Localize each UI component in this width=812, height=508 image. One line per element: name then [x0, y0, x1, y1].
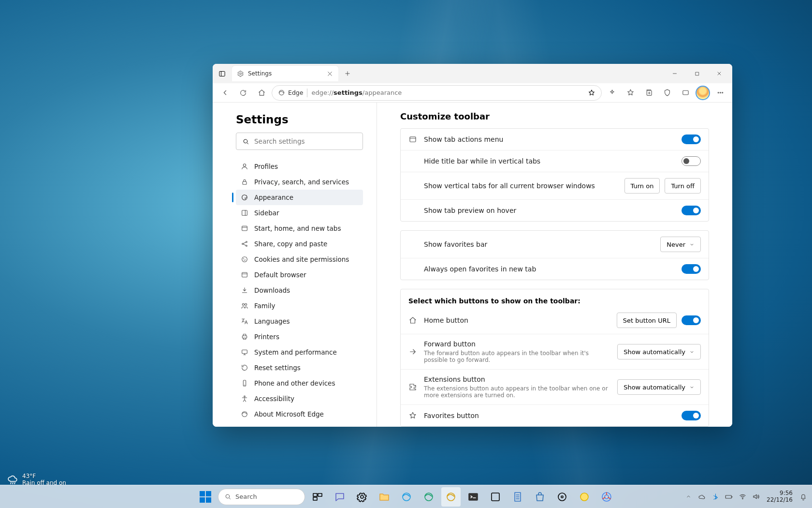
browser-tab-settings[interactable]: Settings [232, 66, 338, 81]
tray-bluetooth[interactable] [710, 492, 720, 502]
toggle-tab-actions[interactable] [682, 134, 701, 144]
taskbar-clock[interactable]: 9:56 22/12/16 [767, 490, 793, 504]
vertical-tabs-off-button[interactable]: Turn off [665, 178, 701, 194]
tray-onedrive[interactable] [697, 492, 707, 502]
extensions-icon-button[interactable] [604, 85, 620, 101]
tray-battery[interactable] [724, 492, 734, 502]
svg-rect-25 [242, 336, 246, 338]
window-maximize-button[interactable] [686, 64, 708, 83]
nav-profiles[interactable]: Profiles [236, 159, 363, 174]
toggle-hide-title-bar[interactable] [682, 156, 701, 166]
task-view-button[interactable] [308, 487, 327, 507]
nav-share[interactable]: Share, copy and paste [236, 236, 363, 252]
forward-button-dropdown[interactable]: Show automatically [617, 344, 701, 359]
taskbar-app3[interactable] [575, 487, 594, 507]
nav-cookies[interactable]: Cookies and site permissions [236, 252, 363, 267]
taskbar-store[interactable] [530, 487, 550, 507]
taskbar-edge-canary[interactable] [441, 487, 461, 507]
tray-overflow[interactable] [683, 492, 693, 502]
window-close-button[interactable] [708, 64, 730, 83]
folder-icon [378, 491, 390, 503]
taskbar-chat[interactable] [330, 487, 349, 507]
extensions-button-dropdown[interactable]: Show automatically [617, 379, 701, 395]
taskbar-terminal[interactable] [464, 487, 483, 507]
card-tab-options: Show tab actions menu Hide title bar whi… [400, 128, 709, 222]
nav-printers[interactable]: Printers [236, 329, 363, 344]
row-fav-new-tab: Always open favorites in new tab [401, 258, 709, 280]
collections-button[interactable] [640, 85, 657, 101]
maximize-icon [695, 71, 700, 76]
tab-close-button[interactable] [326, 70, 334, 77]
weather-icon [7, 474, 18, 486]
row-vertical-tabs-all: Show vertical tabs for all current brows… [401, 172, 709, 200]
toggle-favorites-button[interactable] [682, 411, 701, 420]
settings-search[interactable] [236, 133, 363, 150]
nav-downloads[interactable]: Downloads [236, 283, 363, 298]
security-button[interactable] [659, 85, 675, 101]
nav-reset[interactable]: Reset settings [236, 360, 363, 375]
taskbar-settings[interactable] [352, 487, 372, 507]
nav-home-button[interactable] [253, 85, 270, 101]
screenshot-button[interactable] [677, 85, 694, 101]
toggle-home-button[interactable] [682, 315, 701, 325]
svg-point-7 [720, 92, 721, 93]
nav-accessibility[interactable]: Accessibility [236, 391, 363, 406]
settings-main: Customize toolbar Show tab actions menu … [377, 103, 732, 427]
set-button-url-button[interactable]: Set button URL [617, 313, 677, 328]
taskbar-search[interactable]: Search [218, 489, 305, 505]
row-hide-title-bar: Hide title bar while in vertical tabs [401, 150, 709, 172]
new-tab-button[interactable] [340, 66, 355, 81]
refresh-icon [239, 89, 247, 97]
taskbar-edge-beta[interactable] [419, 487, 438, 507]
site-identity[interactable]: Edge [278, 89, 303, 96]
toolbar-buttons-heading: Select which buttons to show on the tool… [401, 289, 709, 307]
taskbar-explorer[interactable] [375, 487, 394, 507]
nav-phone[interactable]: Phone and other devices [236, 375, 363, 391]
nav-languages[interactable]: Languages [236, 314, 363, 329]
nav-refresh-button[interactable] [235, 85, 251, 101]
taskbar: Search 9:56 22/12/16 [0, 485, 812, 508]
svg-point-6 [718, 92, 719, 93]
vertical-tabs-button[interactable] [215, 66, 229, 81]
taskbar-app2[interactable] [552, 487, 572, 507]
taskbar-app1[interactable] [486, 487, 505, 507]
start-button[interactable] [196, 487, 215, 507]
nav-family[interactable]: Family [236, 298, 363, 314]
taskbar-notepad[interactable] [508, 487, 527, 507]
nav-back-button[interactable] [217, 85, 233, 101]
nav-default-browser[interactable]: Default browser [236, 267, 363, 283]
row-favorites-button: Favorites button [401, 405, 709, 426]
tray-volume[interactable] [751, 492, 761, 502]
nav-appearance[interactable]: Appearance [236, 190, 363, 205]
svg-rect-32 [313, 493, 317, 496]
window-minimize-button[interactable] [664, 64, 686, 83]
settings-sidebar: Settings Profiles Privacy, search, and s… [213, 103, 377, 427]
svg-point-44 [580, 493, 588, 501]
svg-point-18 [242, 257, 247, 262]
toggle-tab-preview[interactable] [682, 206, 701, 215]
chevron-down-icon [689, 242, 695, 247]
tray-wifi[interactable] [738, 492, 747, 502]
svg-point-35 [361, 495, 363, 498]
panel-icon [218, 70, 226, 77]
favorites-bar-dropdown[interactable]: Never [660, 237, 701, 252]
nav-system[interactable]: System and performance [236, 344, 363, 360]
section-title: Customize toolbar [400, 111, 709, 121]
toggle-fav-new-tab[interactable] [682, 264, 701, 274]
nav-sidebar[interactable]: Sidebar [236, 205, 363, 221]
nav-start-home[interactable]: Start, home, and new tabs [236, 221, 363, 236]
chevron-down-icon [689, 349, 695, 355]
more-menu-button[interactable] [712, 85, 728, 101]
favorites-button[interactable] [622, 85, 638, 101]
tray-notifications[interactable] [798, 492, 808, 502]
nav-about[interactable]: About Microsoft Edge [236, 406, 363, 422]
taskbar-edge[interactable] [397, 487, 416, 507]
profile-avatar[interactable] [696, 86, 710, 100]
settings-search-input[interactable] [254, 137, 357, 145]
nav-privacy[interactable]: Privacy, search, and services [236, 174, 363, 190]
favorite-add-icon[interactable] [588, 89, 595, 97]
vertical-tabs-on-button[interactable]: Turn on [624, 178, 660, 194]
puzzle-icon [408, 383, 417, 391]
address-bar[interactable]: Edge edge://settings/appearance [272, 85, 602, 101]
taskbar-chrome[interactable] [597, 487, 616, 507]
